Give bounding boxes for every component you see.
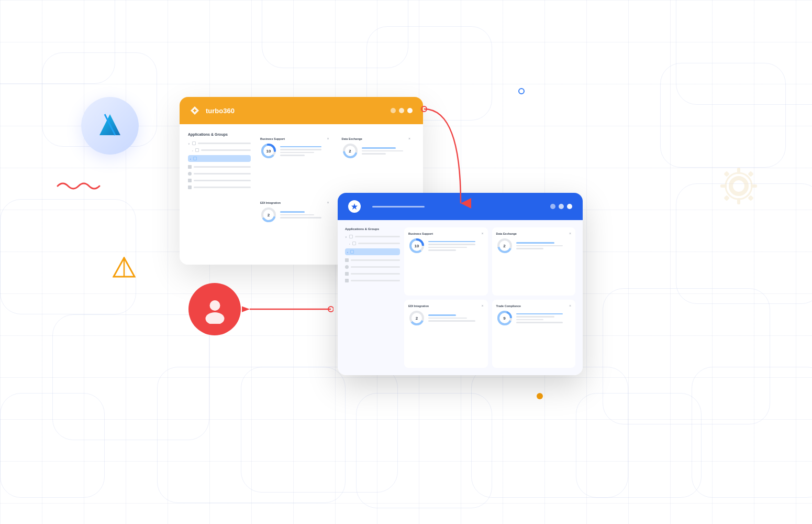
window1-card1-lines	[280, 146, 329, 156]
window2-card2-body: 2	[496, 237, 572, 254]
window2-card1-close[interactable]: ×	[481, 232, 483, 235]
window2-card-data-exchange: Data Exchange × 2	[492, 227, 576, 296]
window2-card2-lines	[516, 242, 572, 249]
window1-card2-close[interactable]: ×	[408, 137, 410, 140]
bg-rect-8	[660, 63, 786, 168]
window2-star-icon	[348, 200, 361, 213]
window1-card2-header: Data Exchange ×	[342, 137, 411, 140]
svg-rect-5	[737, 198, 740, 204]
svg-rect-9	[748, 171, 753, 177]
bg-rect-17	[576, 393, 702, 498]
svg-rect-7	[751, 184, 757, 188]
window2-card2-header: Data Exchange ×	[496, 232, 572, 235]
window2-panel-title: Applications & Groups	[345, 227, 400, 231]
window2-card3-donut: 2	[408, 310, 425, 326]
user-icon	[201, 295, 229, 324]
bg-rect-11	[692, 367, 812, 498]
line	[280, 214, 314, 216]
dot-blue-top	[518, 88, 525, 94]
svg-point-2	[731, 178, 747, 194]
window1-titlebar: turbo360	[180, 97, 423, 124]
window2-card3-lines	[428, 314, 484, 322]
window1-row-4	[188, 185, 251, 189]
window2: Applications & Groups ∨ › ›	[338, 193, 583, 375]
window2-card3-close[interactable]: ×	[481, 304, 483, 308]
window1-card2-body: 2	[342, 143, 411, 159]
line	[280, 217, 321, 219]
window1-tree-item-2: ›	[192, 148, 251, 152]
window1-card3-title: EDI Integration	[260, 201, 281, 204]
window1-card-business-support: Business Support × 10	[256, 133, 333, 192]
window1-tree-item-1: ∨	[188, 141, 251, 145]
svg-rect-6	[720, 184, 727, 188]
window2-row-1	[345, 258, 400, 262]
window2-card2-close[interactable]: ×	[569, 232, 571, 235]
window2-cards-grid: Business Support × 10	[404, 227, 575, 368]
star-svg	[351, 203, 358, 210]
gear-decoration	[715, 162, 762, 212]
window1-card-edi: EDI Integration × 2	[256, 196, 333, 256]
window2-card1-body: 10	[408, 237, 484, 254]
dot-yellow-bottom	[537, 393, 543, 399]
line	[280, 211, 305, 213]
window1-card1-title: Business Support	[260, 137, 285, 140]
window2-row-2	[345, 265, 400, 269]
window1-card1-donut: 10	[260, 143, 277, 159]
window1-card2-number: 2	[342, 143, 359, 159]
window1-card1-header: Business Support ×	[260, 137, 329, 140]
window1-card2-donut: 2	[342, 143, 359, 159]
line	[516, 248, 544, 249]
window1-row-1	[188, 165, 251, 169]
line	[280, 155, 305, 156]
svg-point-12	[209, 300, 220, 311]
window2-card4-number: 9	[496, 310, 513, 326]
window2-card4-title: Trade Compliance	[496, 304, 521, 308]
win2-dot2	[559, 204, 564, 209]
window2-card1-title: Business Support	[408, 232, 433, 235]
line	[280, 146, 321, 148]
arrow-win1-to-win2	[419, 104, 482, 209]
window1-row-2	[188, 172, 251, 176]
arrow-to-avatar	[242, 301, 333, 317]
window1-card3-close[interactable]: ×	[327, 201, 329, 204]
line	[428, 241, 475, 243]
window2-card-trade: Trade Compliance × 9	[492, 300, 576, 368]
window2-tree-item-1: ∨	[345, 235, 400, 238]
window2-card4-close[interactable]: ×	[569, 304, 571, 308]
window2-card3-title: EDI Integration	[408, 304, 429, 308]
window1-left-panel: Applications & Groups ∨ › ›	[188, 133, 251, 256]
window2-card4-header: Trade Compliance ×	[496, 304, 572, 308]
window2-row-3	[345, 272, 400, 276]
svg-point-13	[205, 312, 224, 324]
window2-card3-header: EDI Integration ×	[408, 304, 484, 308]
window1-card-data-exchange: Data Exchange × 2	[338, 133, 415, 192]
line	[516, 316, 555, 318]
window2-controls	[550, 204, 572, 209]
line	[516, 319, 544, 321]
win2-dot3	[567, 204, 572, 209]
svg-rect-10	[724, 195, 729, 201]
triangle-decoration	[113, 257, 136, 282]
window2-card3-number: 2	[408, 310, 425, 326]
line	[428, 314, 456, 316]
azure-icon-circle	[81, 97, 139, 155]
window1-card3-lines	[280, 211, 329, 219]
win1-dot3	[407, 108, 413, 113]
wavy-decoration	[55, 178, 102, 196]
window2-highlighted-row: ›	[345, 248, 400, 255]
win1-dot1	[391, 108, 396, 113]
window2-card2-number: 2	[496, 237, 513, 254]
win2-dot1	[550, 204, 555, 209]
line	[516, 313, 563, 315]
user-avatar	[188, 283, 241, 335]
window1-card1-close[interactable]: ×	[327, 137, 329, 140]
line	[428, 318, 467, 319]
window1-card3-header: EDI Integration ×	[260, 201, 329, 204]
window1-row-3	[188, 179, 251, 182]
window2-card3-body: 2	[408, 310, 484, 326]
line	[428, 320, 475, 322]
line	[428, 249, 456, 251]
line	[428, 247, 467, 248]
window1-card1-number: 10	[260, 143, 277, 159]
window1-controls	[391, 108, 413, 113]
